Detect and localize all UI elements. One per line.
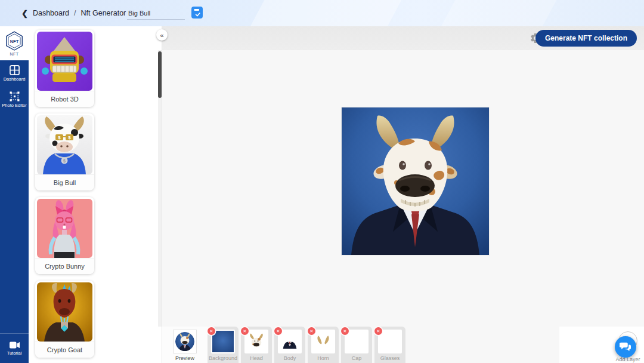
template-card-crypto-goat[interactable]: Crypto Goat <box>35 281 94 358</box>
head-thumbnail <box>247 333 265 350</box>
sidebar-item-dashboard[interactable]: Dashboard <box>0 60 29 87</box>
back-icon[interactable]: ❮ <box>21 9 28 18</box>
background-layer-tile <box>211 330 235 353</box>
sidebar-item-photo-editor[interactable]: Photo Editor <box>0 87 29 113</box>
layers-bar: Preview ✕ Background ✕ <box>162 327 644 363</box>
top-bar: ❮ Dashboard / Nft Generator <box>0 0 644 26</box>
svg-text:$: $ <box>68 135 71 140</box>
sidebar: NFT NFT Dashboard Photo Editor <box>0 26 29 363</box>
collection-name-input[interactable] <box>127 7 185 20</box>
video-camera-icon <box>10 342 20 349</box>
chat-fab-button[interactable] <box>615 336 636 358</box>
preview-slot[interactable]: Preview <box>162 327 208 363</box>
remove-layer-icon[interactable]: ✕ <box>274 327 282 335</box>
topbar-decoration <box>239 0 411 26</box>
sidebar-item-tutorial[interactable]: Tutorial <box>0 333 29 363</box>
cap-layer-tile <box>345 330 369 353</box>
body-thumbnail <box>281 333 299 350</box>
sidebar-item-label: Tutorial <box>7 350 22 356</box>
template-card-label: Crypto Goat <box>35 342 94 358</box>
head-layer-tile <box>244 330 268 353</box>
topbar-decoration <box>430 0 566 26</box>
app-logo[interactable]: NFT NFT <box>0 26 29 60</box>
background-thumbnail <box>211 330 235 353</box>
breadcrumb-separator: / <box>74 9 76 17</box>
body-layer-tile <box>278 330 302 353</box>
layer-slot-glasses[interactable]: ✕ Glasses <box>374 327 405 363</box>
sidebar-item-label: Dashboard <box>4 77 26 82</box>
logo-label: NFT <box>10 52 18 56</box>
chat-bubbles-icon <box>620 342 631 352</box>
layer-slot-background[interactable]: ✕ Background <box>208 327 239 363</box>
photo-editor-transform-icon <box>10 91 20 101</box>
svg-text:$: $ <box>63 159 66 164</box>
template-card-label: Big Bull <box>35 174 94 190</box>
template-card-label: Robot 3D <box>35 91 94 107</box>
logo-text: NFT <box>10 38 19 44</box>
template-card-label: Crypto Bunny <box>35 258 94 274</box>
preview-thumbnail <box>175 332 194 351</box>
layer-label: Horn <box>308 355 339 361</box>
layer-slot-cap[interactable]: ✕ Cap <box>341 327 372 363</box>
layer-slot-horn[interactable]: ✕ Horn <box>308 327 339 363</box>
remove-layer-icon[interactable]: ✕ <box>374 327 382 335</box>
layer-label: Body <box>274 355 305 361</box>
save-check-icon <box>191 7 203 19</box>
layer-slot-head[interactable]: ✕ Head <box>241 327 272 363</box>
remove-layer-icon[interactable]: ✕ <box>208 327 215 335</box>
remove-layer-icon[interactable]: ✕ <box>308 327 315 335</box>
panel-scrollbar-track <box>158 50 162 327</box>
glasses-layer-tile <box>378 330 402 353</box>
nft-hexagon-logo-icon: NFT <box>5 31 23 51</box>
layer-label: Cap <box>341 355 372 361</box>
big-bull-thumbnail: $ $ $ <box>37 115 92 174</box>
breadcrumb-page: Nft Generator <box>81 9 126 17</box>
generate-nft-collection-button[interactable]: Generate NFT collection <box>535 30 637 47</box>
svg-text:$: $ <box>58 135 61 140</box>
breadcrumb: ❮ Dashboard / Nft Generator <box>21 0 126 26</box>
layer-label: Background <box>208 355 239 361</box>
sidebar-item-label: Photo Editor <box>2 103 26 108</box>
template-card-list: Robot 3D <box>35 30 156 363</box>
template-card-crypto-bunny[interactable]: Crypto Bunny <box>35 197 94 274</box>
template-card-big-bull[interactable]: $ $ $ Big Bull <box>35 113 94 190</box>
editor-toolbar: Generate NFT collection <box>162 26 644 50</box>
horn-layer-tile <box>311 330 335 353</box>
layer-label: Head <box>241 355 272 361</box>
template-card-robot-3d[interactable]: Robot 3D <box>35 30 94 107</box>
robot-3d-thumbnail <box>37 32 92 91</box>
preview-label: Preview <box>162 355 208 361</box>
nft-generator-app: ❮ Dashboard / Nft Generator NFT NFT <box>0 0 644 363</box>
editor-main: Generate NFT collection <box>162 26 644 363</box>
nft-preview-image <box>342 107 489 255</box>
layer-label: Glasses <box>374 355 405 361</box>
collapse-panel-button[interactable]: « <box>156 29 168 41</box>
preview-tile <box>173 330 197 353</box>
remove-layer-icon[interactable]: ✕ <box>341 327 349 335</box>
horn-thumbnail <box>314 333 332 350</box>
remove-layer-icon[interactable]: ✕ <box>241 327 249 335</box>
crypto-bunny-thumbnail <box>37 199 92 258</box>
templates-panel: Robot 3D <box>29 26 162 363</box>
add-layer-zone: + Add Layer <box>559 327 644 363</box>
breadcrumb-section[interactable]: Dashboard <box>33 9 69 17</box>
save-name-button[interactable] <box>191 7 203 19</box>
panel-scrollbar-thumb[interactable] <box>158 51 162 98</box>
dashboard-grid-icon <box>10 65 20 75</box>
layer-slot-body[interactable]: ✕ Body <box>274 327 305 363</box>
crypto-goat-thumbnail <box>37 282 92 342</box>
